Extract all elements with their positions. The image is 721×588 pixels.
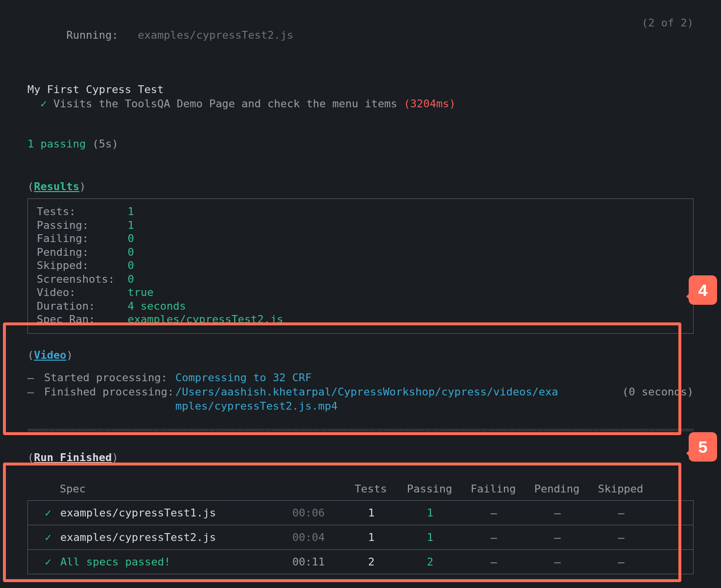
- running-header: Running: examples/cypressTest2.js (2 of …: [27, 17, 694, 53]
- suite-title: My First Cypress Test: [27, 83, 694, 97]
- passing-summary: 1 passing (5s): [27, 137, 694, 151]
- annotation-label-5: 5: [689, 432, 717, 462]
- results-box: Tests: 1 Passing: 1 Failing: 0 Pending: …: [27, 198, 694, 334]
- test-duration: (3204ms): [404, 98, 456, 110]
- running-spec: examples/cypressTest2.js: [138, 29, 293, 41]
- results-heading: (Results): [27, 180, 694, 194]
- annotation-box-5: [3, 463, 681, 582]
- annotation-box-4: [3, 322, 681, 435]
- test-line: ✓ Visits the ToolsQA Demo Page and check…: [27, 97, 694, 111]
- annotation-label-4: 4: [689, 275, 717, 305]
- running-counter: (2 of 2): [642, 17, 694, 53]
- running-label: Running:: [66, 29, 118, 41]
- test-title: Visits the ToolsQA Demo Page and check t…: [53, 98, 397, 110]
- check-icon: ✓: [41, 98, 47, 110]
